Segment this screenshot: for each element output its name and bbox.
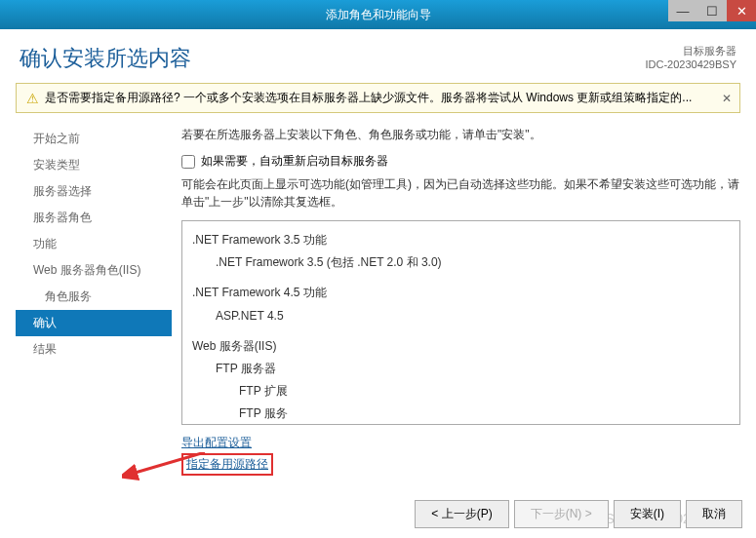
window-title: 添加角色和功能向导 [326,7,431,23]
cancel-button[interactable]: 取消 [686,500,742,528]
warning-close-icon[interactable]: ✕ [722,92,732,105]
target-info: 目标服务器 IDC-20230429BSY [645,44,736,70]
install-button[interactable]: 安装(I) [614,500,681,528]
wizard-step[interactable]: 安装类型 [16,152,172,178]
feature-item: ASP.NET 4.5 [216,305,730,327]
feature-list[interactable]: .NET Framework 3.5 功能.NET Framework 3.5 … [181,220,740,425]
feature-item: FTP 服务器 [216,358,730,380]
restart-checkbox-label: 如果需要，自动重新启动目标服务器 [201,153,388,170]
restart-checkbox[interactable] [181,155,195,169]
instruction-text-2: 可能会在此页面上显示可选功能(如管理工具)，因为已自动选择这些功能。如果不希望安… [181,175,740,211]
wizard-step[interactable]: 功能 [16,231,172,257]
content-area: 若要在所选服务器上安装以下角色、角色服务或功能，请单击"安装"。 如果需要，自动… [181,121,740,478]
feature-item: .NET Framework 4.5 功能 [192,282,730,304]
wizard-step[interactable]: 服务器角色 [16,205,172,231]
warning-text: 是否需要指定备用源路径? 一个或多个安装选项在目标服务器上缺少源文件。服务器将尝… [45,90,692,106]
window-controls: — ☐ ✕ [668,0,756,21]
wizard-step[interactable]: 开始之前 [16,126,172,152]
titlebar: 添加角色和功能向导 — ☐ ✕ [0,0,756,29]
warning-icon: ⚠ [26,91,39,106]
feature-item: .NET Framework 3.5 功能 [192,229,730,251]
wizard-sidebar: 开始之前安装类型服务器选择服务器角色功能Web 服务器角色(IIS)角色服务确认… [16,121,172,478]
next-button: 下一步(N) > [514,500,609,528]
export-config-link[interactable]: 导出配置设置 [181,435,740,451]
restart-checkbox-row: 如果需要，自动重新启动目标服务器 [181,153,740,170]
feature-item: FTP 服务 [239,403,730,425]
specify-source-link[interactable]: 指定备用源路径 [181,453,273,476]
header: 确认安装所选内容 目标服务器 IDC-20230429BSY [0,29,756,83]
feature-item: Web 服务器(IIS) [192,335,730,358]
minimize-button[interactable]: — [668,0,697,21]
wizard-step[interactable]: 确认 [16,310,172,336]
instruction-text: 若要在所选服务器上安装以下角色、角色服务或功能，请单击"安装"。 [181,126,740,143]
prev-button[interactable]: < 上一步(P) [415,500,508,528]
close-button[interactable]: ✕ [727,0,756,21]
links-area: 导出配置设置 指定备用源路径 [181,435,740,478]
warning-bar: ⚠ 是否需要指定备用源路径? 一个或多个安装选项在目标服务器上缺少源文件。服务器… [16,83,740,113]
wizard-step[interactable]: Web 服务器角色(IIS) [16,257,172,284]
target-server: IDC-20230429BSY [645,58,736,70]
feature-item: FTP 扩展 [239,380,730,403]
page-title: 确认安装所选内容 [20,44,191,73]
maximize-button[interactable]: ☐ [697,0,727,21]
wizard-step[interactable]: 服务器选择 [16,178,172,205]
wizard-step[interactable]: 角色服务 [16,284,172,310]
feature-item: .NET Framework 3.5 (包括 .NET 2.0 和 3.0) [216,251,730,274]
wizard-step[interactable]: 结果 [16,336,172,363]
target-label: 目标服务器 [645,44,736,58]
button-bar: < 上一步(P) 下一步(N) > 安装(I) 取消 [415,500,742,528]
